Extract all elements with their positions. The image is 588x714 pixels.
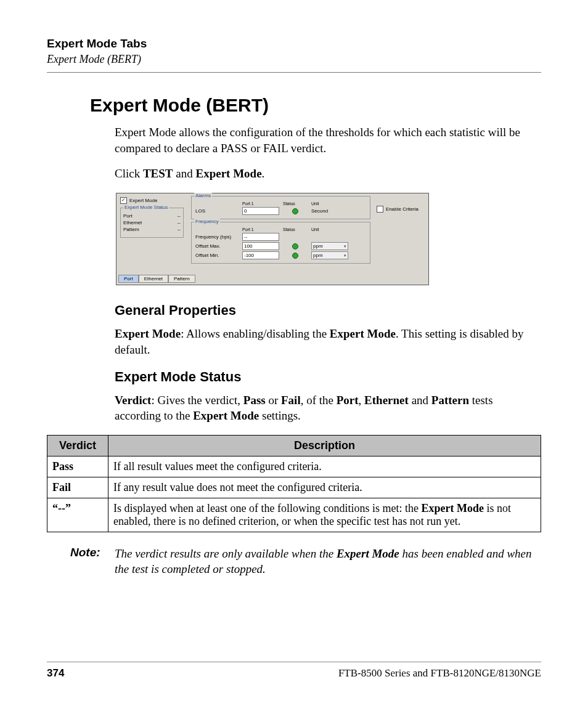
freq-col-port: Port 1 (242, 227, 279, 232)
td-description: If all result values meet the configured… (108, 456, 541, 477)
status-value: -- (178, 227, 181, 232)
st-t4: , (359, 394, 365, 407)
table-header-row: Verdict Description (47, 435, 541, 456)
verdict-table: Verdict Description Pass If all result v… (47, 435, 541, 532)
alarms-col-port: Port 1 (242, 201, 279, 206)
freq-row-label: Offset Min. (195, 253, 239, 258)
footer-product: FTB-8500 Series and FTB-8120NGE/8130NGE (338, 667, 541, 680)
click-suffix: . (262, 167, 265, 180)
th-verdict: Verdict (47, 435, 108, 456)
table-row: Pass If all result values meet the confi… (47, 456, 541, 477)
tab-pattern[interactable]: Pattern (168, 275, 195, 283)
click-bold-1: TEST (143, 167, 173, 180)
st-b1: Verdict (115, 394, 151, 407)
freq-col-status: Status (283, 227, 308, 232)
table-row: “--” Is displayed when at least one of t… (47, 498, 541, 532)
status-label: Ethernet (123, 220, 142, 225)
status-fieldset: Expert Mode Status Port -- Ethernet -- P… (120, 208, 184, 238)
offset-max-status-dot (292, 243, 298, 249)
gp-bold-2: Expert Mode (330, 327, 396, 340)
td-description: Is displayed when at least one of the fo… (108, 498, 541, 532)
st-b6: Pattern (431, 394, 469, 407)
general-properties-paragraph: Expert Mode: Allows enabling/disabling t… (115, 326, 541, 357)
alarms-group: Alarms Port 1 Status Unit LOS 0 Second (191, 196, 370, 219)
r3-bold: Expert Mode (421, 502, 483, 514)
ui-top-row: ✓ Expert Mode Expert Mode Status Port --… (116, 193, 428, 266)
click-instruction: Click TEST and Expert Mode. (115, 167, 541, 181)
expert-mode-checkbox-label: Expert Mode (129, 198, 157, 203)
unit-text: ppm (313, 253, 323, 258)
expert-mode-checkbox-row[interactable]: ✓ Expert Mode (120, 197, 184, 204)
expert-mode-checkbox[interactable]: ✓ (120, 197, 127, 204)
st-t7: settings. (259, 409, 301, 422)
header-title: Expert Mode Tabs (47, 37, 541, 51)
tab-port[interactable]: Port (118, 275, 139, 283)
note-label: Note: (70, 546, 107, 577)
alarms-legend: Alarms (194, 193, 212, 198)
st-t2: or (266, 394, 281, 407)
header-subtitle: Expert Mode (BERT) (47, 53, 541, 66)
chevron-down-icon: ▾ (344, 253, 346, 258)
unit-text: ppm (313, 243, 323, 249)
tab-ethernet[interactable]: Ethernet (139, 275, 168, 283)
alarms-port-input[interactable]: 0 (242, 207, 279, 215)
general-properties-heading: General Properties (115, 302, 541, 318)
st-t3: , of the (301, 394, 337, 407)
status-fieldset-legend: Expert Mode Status (123, 205, 169, 210)
alarms-grid: Port 1 Status Unit LOS 0 Second (195, 201, 366, 215)
td-verdict: Fail (47, 477, 108, 498)
click-bold-2: Expert Mode (195, 167, 261, 180)
offset-min-status-dot (292, 253, 298, 259)
alarms-col-status: Status (283, 201, 308, 206)
st-b7: Expert Mode (193, 409, 259, 422)
chevron-down-icon: ▾ (344, 244, 346, 249)
th-description: Description (108, 435, 541, 456)
status-label: Pattern (123, 227, 139, 232)
click-mid: and (173, 167, 196, 180)
ui-left-pane: ✓ Expert Mode Expert Mode Status Port --… (116, 193, 187, 266)
freq-bps-input[interactable]: -- (242, 233, 279, 241)
r3-pre: Is displayed when at least one of the fo… (113, 502, 421, 514)
offset-max-unit-select[interactable]: ppm▾ (311, 242, 348, 250)
alarms-status-dot (292, 208, 298, 214)
td-verdict: Pass (47, 456, 108, 477)
click-prefix: Click (115, 167, 143, 180)
st-b4: Port (337, 394, 359, 407)
gp-mid-1: : Allows enabling/disabling the (181, 327, 330, 340)
offset-min-input[interactable]: -100 (242, 251, 279, 259)
st-t1: : Gives the verdict, (151, 394, 243, 407)
enable-criteria-row[interactable]: Enable Criteria (377, 206, 426, 213)
td-verdict: “--” (47, 498, 108, 532)
frequency-group: Frequency Port 1 Status Unit Frequency (… (191, 222, 370, 264)
status-row-ethernet: Ethernet -- (123, 220, 181, 225)
freq-col-unit: Unit (311, 227, 348, 232)
table-row: Fail If any result value does not meet t… (47, 477, 541, 498)
note-b1: Expert Mode (337, 547, 399, 560)
page: Expert Mode Tabs Expert Mode (BERT) Expe… (0, 0, 588, 714)
alarms-unit-value: Second (311, 208, 348, 214)
note-text: The verdict results are only available w… (115, 546, 541, 577)
status-label: Port (123, 213, 133, 219)
page-number: 374 (47, 667, 64, 680)
enable-criteria-checkbox[interactable] (377, 206, 383, 213)
ui-screenshot: ✓ Expert Mode Expert Mode Status Port --… (116, 193, 429, 285)
st-b2: Pass (243, 394, 266, 407)
status-value: -- (178, 220, 181, 225)
freq-row-label: Offset Max. (195, 243, 239, 249)
st-t5: and (409, 394, 431, 407)
expert-mode-status-heading: Expert Mode Status (115, 369, 541, 385)
ui-tabs: Port Ethernet Pattern (118, 275, 195, 283)
alarms-row-label: LOS (195, 208, 239, 214)
status-row-pattern: Pattern -- (123, 227, 181, 232)
alarms-col-unit: Unit (311, 201, 348, 206)
note-t1: The verdict results are only available w… (115, 547, 337, 560)
status-value: -- (178, 213, 181, 219)
ui-mid-pane: Alarms Port 1 Status Unit LOS 0 Second F… (187, 193, 374, 266)
offset-min-unit-select[interactable]: ppm▾ (311, 251, 348, 259)
offset-max-input[interactable]: 100 (242, 242, 279, 250)
header-rule (47, 72, 541, 73)
note-block: Note: The verdict results are only avail… (70, 546, 541, 577)
page-footer: 374 FTB-8500 Series and FTB-8120NGE/8130… (47, 662, 541, 680)
st-b5: Ethernet (364, 394, 409, 407)
ui-right-pane: Enable Criteria (374, 193, 428, 266)
